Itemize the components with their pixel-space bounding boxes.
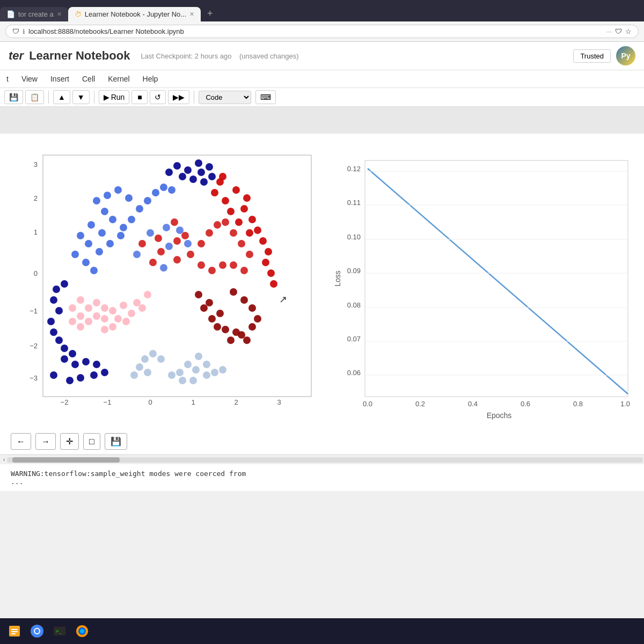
tab-active[interactable]: ⏱ Learner Notebook - Jupyter No... ✕ [68,7,201,21]
restart-button[interactable]: ↺ [150,90,166,104]
tab-close-inactive[interactable]: ✕ [57,11,62,18]
svg-text:−2: −2 [61,398,69,406]
nav-back-button[interactable]: ← [11,433,31,450]
svg-point-69 [181,232,189,239]
menu-item-help[interactable]: Help [136,72,165,85]
svg-point-135 [55,336,63,344]
tab-close-active[interactable]: ✕ [189,11,194,18]
svg-point-81 [206,229,213,237]
lock-icon: 🛡 [12,27,19,35]
svg-point-67 [171,218,178,226]
taskbar-terminal-icon[interactable]: >_ [49,621,70,641]
taskbar-files-icon[interactable] [4,621,25,641]
copy-button[interactable]: 📋 [25,90,44,104]
nav-move-button[interactable]: ✛ [60,433,79,450]
menu-item-kernel[interactable]: Kernel [101,72,136,85]
python-logo: Py [616,46,635,65]
menu-item-view[interactable]: View [15,72,44,85]
svg-point-20 [189,175,197,183]
move-down-button[interactable]: ▼ [72,90,90,104]
scroll-left-arrow[interactable]: ‹ [1,457,7,463]
svg-point-49 [240,205,248,213]
svg-text:0.08: 0.08 [347,301,361,309]
svg-text:−2: −2 [30,342,38,350]
address-dots[interactable]: ··· [606,27,612,35]
keyboard-button[interactable]: ⌨ [255,90,276,104]
address-bar[interactable]: 🛡 ℹ localhost:8888/notebooks/Learner Not… [5,25,639,38]
menu-item-insert[interactable]: Insert [44,72,76,85]
notebook-title[interactable]: Learner Notebook [29,49,130,63]
taskbar-firefox-icon[interactable] [72,621,92,641]
svg-point-126 [133,299,141,306]
svg-text:0.0: 0.0 [363,400,372,408]
svg-point-28 [101,208,108,215]
save-button[interactable]: 💾 [4,90,23,104]
checkpoint-info: Last Checkpoint: 2 hours ago (unsaved ch… [141,52,298,60]
svg-text:−1: −1 [104,398,112,406]
menu-item-cell[interactable]: Cell [76,72,101,85]
svg-point-158 [157,355,165,363]
nav-select-button[interactable]: □ [83,433,100,450]
svg-point-88 [208,267,216,274]
svg-point-94 [248,304,256,312]
tab-favicon-active: ⏱ [75,10,82,18]
svg-point-144 [77,374,84,382]
new-tab-button[interactable]: + [203,6,217,21]
svg-point-116 [77,323,84,331]
svg-text:3: 3 [34,160,38,169]
scroll-thumb[interactable] [12,457,120,463]
svg-point-161 [136,363,143,371]
plot-nav: ← → ✛ □ 💾 [0,429,644,455]
address-url[interactable]: localhost:8888/notebooks/Learner Noteboo… [28,27,603,35]
svg-point-74 [138,240,146,247]
svg-point-157 [189,377,197,384]
svg-point-114 [93,312,100,320]
warning-area: WARNING:tensorflow:sample_weight modes w… [0,464,644,491]
svg-point-26 [93,197,100,204]
svg-point-136 [61,345,68,352]
menu-item-file[interactable]: t [0,72,15,85]
svg-point-128 [144,291,151,298]
svg-point-71 [165,243,173,250]
taskbar-chrome-icon[interactable] [27,621,47,641]
svg-point-95 [254,315,261,323]
info-icon: ℹ [23,28,25,35]
svg-point-148 [203,361,210,368]
fast-forward-button[interactable]: ▶▶ [168,90,189,104]
svg-point-142 [101,369,108,376]
svg-point-18 [197,169,205,176]
svg-point-153 [184,361,192,368]
svg-point-131 [50,296,57,304]
address-star[interactable]: ☆ [625,27,632,35]
plots-container: 3 2 1 0 −1 −2 −3 −2 −1 0 1 2 3 [0,134,644,429]
svg-point-102 [216,310,224,317]
stop-button[interactable]: ■ [131,90,148,104]
svg-point-33 [77,232,84,239]
loss-chart: 0.12 0.11 0.10 0.09 0.08 0.07 0.06 Loss … [333,144,633,429]
svg-point-156 [179,377,186,384]
svg-point-140 [82,358,90,365]
svg-point-21 [200,178,208,186]
svg-point-162 [144,369,151,376]
cell-type-select[interactable]: Code Markdown Raw [199,91,251,104]
nav-save-button[interactable]: 💾 [105,433,127,450]
scroll-track[interactable] [7,457,643,463]
tab-inactive[interactable]: 📄 tor create a ✕ [0,7,68,21]
svg-text:3: 3 [277,398,281,406]
nav-forward-button[interactable]: → [35,433,56,450]
address-shield[interactable]: 🛡 [615,27,622,35]
move-up-button[interactable]: ▲ [53,90,70,104]
svg-point-39 [106,240,114,247]
svg-point-36 [82,259,90,266]
svg-point-132 [55,307,63,314]
svg-point-123 [120,302,127,309]
svg-point-93 [240,296,248,304]
svg-text:0.6: 0.6 [521,400,530,408]
svg-point-56 [270,280,277,288]
svg-point-100 [232,328,240,336]
trusted-button[interactable]: Trusted [573,49,611,63]
run-button[interactable]: ▶ Run [99,90,130,104]
svg-point-124 [128,310,135,317]
svg-point-76 [149,259,157,266]
svg-text:0.10: 0.10 [347,233,361,241]
